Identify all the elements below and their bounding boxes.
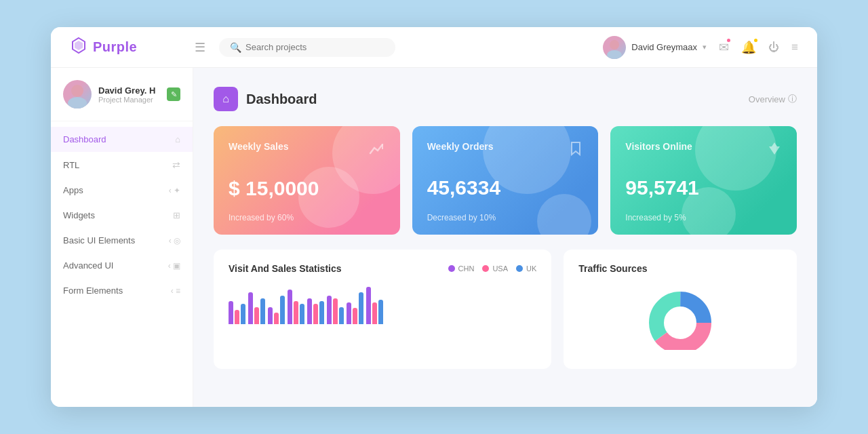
bar-group-5 [327, 296, 344, 324]
overview-label: Overview [749, 94, 785, 104]
bar-3-0 [288, 290, 292, 324]
donut-chart-area [578, 283, 782, 355]
bar-6-1 [353, 308, 357, 324]
bar-group-3 [288, 290, 304, 324]
legend-uk: UK [516, 264, 536, 273]
logo: Purple [70, 37, 178, 58]
overview-button[interactable]: Overview ⓘ [749, 93, 797, 105]
sidebar-profile-name: David Grey. H [98, 85, 155, 96]
stat-card-sales-top: Weekly Sales [229, 141, 385, 161]
sidebar-profile-role: Project Manager [98, 96, 155, 104]
topbar: Purple ☰ 🔍 David Greymaax ▾ ✉ 🔔 [51, 27, 817, 68]
visit-sales-header: Visit And Sales Statistics CHN USA [229, 263, 536, 274]
bar-3-2 [300, 304, 304, 324]
bar-7-1 [372, 302, 377, 324]
traffic-sources-header: Traffic Sources [578, 263, 782, 274]
sidebar-item-rtl[interactable]: RTL ⇄ [51, 152, 193, 178]
hamburger-icon[interactable]: ☰ [195, 40, 205, 55]
page-title: Dashboard [246, 92, 317, 107]
traffic-sources-card: Traffic Sources [564, 250, 797, 369]
main-header: ⌂ Dashboard Overview ⓘ [214, 87, 797, 111]
stat-card-visitors-top: Visitors Online [625, 141, 782, 159]
mail-button[interactable]: ✉ [719, 40, 729, 55]
avatar [603, 36, 626, 59]
stat-card-visitors-value: 95,5741 [625, 176, 782, 199]
stat-card-orders-top: Weekly Orders [427, 141, 584, 159]
bar-4-2 [319, 301, 324, 324]
sidebar-item-dashboard[interactable]: Dashboard ⌂ [51, 127, 193, 152]
stat-card-visitors: Visitors Online 95,5741 Increased by 5% [610, 126, 797, 235]
bar-0-0 [229, 301, 233, 324]
bookmark-icon [568, 141, 583, 159]
traffic-sources-title: Traffic Sources [578, 263, 647, 274]
sidebar-edit-button[interactable]: ✎ [167, 87, 180, 101]
sidebar-item-icon-advanced-ui: ‹ ▣ [168, 261, 180, 271]
visit-sales-title: Visit And Sales Statistics [229, 263, 342, 274]
search-bar[interactable]: 🔍 [219, 38, 395, 57]
bar-6-0 [347, 302, 351, 324]
bar-group-1 [248, 292, 265, 324]
sidebar-item-icon-rtl: ⇄ [172, 159, 180, 170]
bell-button[interactable]: 🔔 [741, 40, 756, 55]
app-window: Purple ☰ 🔍 David Greymaax ▾ ✉ 🔔 [51, 27, 817, 407]
legend-chn: CHN [448, 264, 475, 273]
bar-5-1 [333, 298, 338, 324]
diamond-icon [767, 141, 782, 159]
power-button[interactable]: ⏻ [768, 40, 779, 54]
svg-point-4 [71, 85, 83, 97]
sidebar-item-icon-dashboard: ⌂ [175, 134, 180, 144]
legend-usa: USA [482, 264, 508, 273]
svg-marker-1 [75, 41, 83, 50]
donut-chart [643, 289, 717, 350]
bar-group-6 [347, 292, 363, 324]
legend-dot-usa [482, 265, 489, 272]
bar-7-2 [378, 300, 383, 324]
sidebar-item-icon-widgets: ⊞ [173, 210, 180, 220]
topbar-right: David Greymaax ▾ ✉ 🔔 ⏻ ≡ [603, 36, 798, 59]
sidebar-item-advanced-ui[interactable]: Advanced UI ‹ ▣ [51, 253, 193, 278]
bar-2-0 [268, 307, 273, 324]
info-icon: ⓘ [788, 93, 797, 105]
main-content: ⌂ Dashboard Overview ⓘ Weekly Sales [193, 68, 817, 407]
app-body: David Grey. H Project Manager ✎ Dashboar… [51, 68, 817, 407]
sidebar-item-widgets[interactable]: Widgets ⊞ [51, 203, 193, 228]
stat-card-orders: Weekly Orders 45,6334 Decreased by 10% [412, 126, 599, 235]
bar-chart [229, 283, 536, 324]
list-button[interactable]: ≡ [791, 40, 798, 54]
svg-point-3 [607, 50, 622, 59]
stat-card-orders-value: 45,6334 [427, 176, 584, 199]
bar-2-1 [274, 313, 279, 324]
power-icon: ⏻ [768, 41, 779, 53]
stat-card-sales-footer: Increased by 60% [229, 213, 385, 222]
legend-dot-chn [448, 265, 455, 272]
chart-icon [369, 141, 385, 161]
logo-text: Purple [93, 39, 137, 55]
legend-label-uk: UK [526, 264, 536, 273]
sidebar-item-form-elements[interactable]: Form Elements ‹ ≡ [51, 278, 193, 303]
stat-card-sales: Weekly Sales $ 15,0000 Increased by 60% [214, 126, 400, 235]
bar-group-0 [229, 301, 245, 324]
bar-6-2 [359, 292, 363, 324]
bar-group-4 [307, 298, 324, 324]
bar-1-2 [260, 298, 265, 324]
sidebar-item-apps[interactable]: Apps ‹ ✦ [51, 178, 193, 203]
stat-card-visitors-footer: Increased by 5% [625, 213, 782, 222]
search-input[interactable] [245, 42, 384, 52]
svg-point-2 [610, 40, 619, 50]
search-icon: 🔍 [230, 42, 241, 53]
bar-group-2 [268, 296, 285, 324]
sidebar-item-icon-apps: ‹ ✦ [169, 186, 180, 195]
bar-7-0 [366, 287, 371, 324]
bar-group-7 [366, 287, 383, 324]
svg-point-5 [68, 97, 87, 108]
sidebar-profile: David Grey. H Project Manager ✎ [51, 80, 193, 121]
bell-badge [753, 37, 759, 43]
sidebar-item-basic-ui[interactable]: Basic UI Elements ‹ ◎ [51, 228, 193, 253]
user-menu[interactable]: David Greymaax ▾ [603, 36, 707, 59]
bar-5-0 [327, 296, 332, 324]
list-icon: ≡ [791, 41, 798, 54]
bar-0-1 [235, 310, 239, 324]
sidebar-avatar [63, 80, 92, 108]
stat-cards: Weekly Sales $ 15,0000 Increased by 60% … [214, 126, 797, 235]
mail-badge [726, 37, 732, 43]
